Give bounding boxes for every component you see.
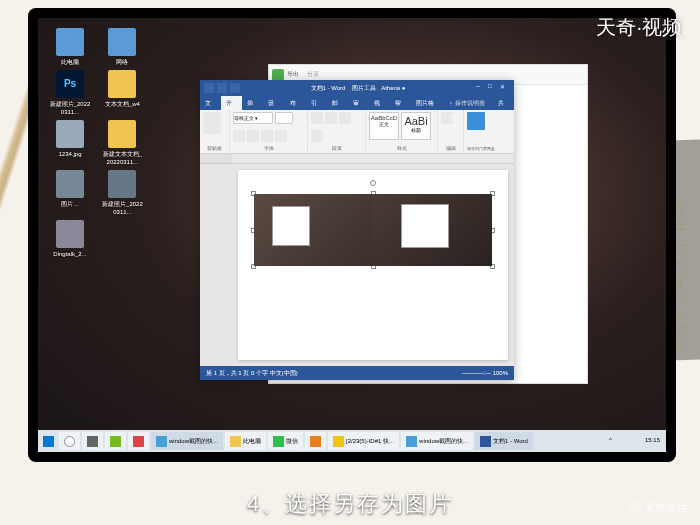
tab-home[interactable]: 开始: [221, 96, 242, 110]
browser-icon: [156, 436, 167, 447]
taskbar-item[interactable]: 微信: [268, 432, 303, 450]
folder-icon: [108, 70, 136, 98]
maximize-icon[interactable]: □: [488, 83, 498, 93]
tray-network-icon[interactable]: [621, 437, 630, 446]
desktop-icon[interactable]: Ps新建照片_20220311...: [49, 70, 91, 116]
taskbar-item[interactable]: [105, 432, 126, 450]
desktop-icon[interactable]: 新建文本文档_20220311...: [101, 120, 143, 166]
app-icon: [110, 436, 121, 447]
bullet-list[interactable]: [311, 112, 323, 124]
taskview-icon: [87, 436, 98, 447]
bold-button[interactable]: [233, 130, 245, 142]
number-list[interactable]: [325, 112, 337, 124]
app-icon: [406, 436, 417, 447]
window-controls: ─ □ ✕: [472, 83, 514, 93]
photoshop-icon: Ps: [56, 70, 84, 98]
share-button[interactable]: 共享: [493, 96, 514, 110]
system-tray[interactable]: ^ 15:15: [603, 437, 666, 446]
windows-icon: [43, 436, 54, 447]
app-icon: [333, 436, 344, 447]
tab-file[interactable]: 文件: [200, 96, 221, 110]
quick-access-toolbar: [200, 83, 244, 93]
rotate-handle[interactable]: [370, 180, 376, 186]
italic-button[interactable]: [247, 130, 259, 142]
start-button[interactable]: [38, 431, 58, 451]
vertical-ruler[interactable]: [206, 170, 238, 360]
document-area[interactable]: [200, 164, 514, 366]
desktop-icon[interactable]: 文本文档_w4: [101, 70, 143, 108]
close-icon[interactable]: ✕: [500, 83, 510, 93]
taskbar-item[interactable]: window截图的快...: [401, 432, 473, 450]
style-normal[interactable]: AaBbCcD正文: [369, 112, 399, 140]
tray-up-icon[interactable]: ^: [609, 437, 618, 446]
font-family[interactable]: 等线正文 ▾: [233, 112, 273, 124]
image-icon: [56, 120, 84, 148]
ribbon-paragraph: 段落: [308, 110, 366, 153]
minimize-icon[interactable]: ─: [476, 83, 486, 93]
ribbon-styles: AaBbCcD正文 AaBi标题 样式: [366, 110, 438, 153]
desktop-icon[interactable]: 1234.jpg: [49, 120, 91, 158]
tab-layout[interactable]: 布局: [285, 96, 306, 110]
taskbar-word[interactable]: 文档1 - Word: [475, 432, 533, 450]
ribbon-cloud: 保存到百度网盘: [464, 110, 498, 153]
taskbar-item[interactable]: [128, 432, 149, 450]
taskbar-item[interactable]: [305, 432, 326, 450]
taskbar-taskview[interactable]: [82, 432, 103, 450]
undo-icon[interactable]: [217, 83, 227, 93]
tab-mailings[interactable]: 邮件: [327, 96, 348, 110]
desktop-icon[interactable]: Dingtalk_2...: [49, 220, 91, 258]
app-icon: [133, 436, 144, 447]
paste-button[interactable]: [203, 112, 221, 134]
taskbar-item[interactable]: window截图的快...: [151, 432, 223, 450]
explorer-icon: [230, 436, 241, 447]
app-icon: [272, 69, 284, 81]
tab-design[interactable]: 设计: [263, 96, 284, 110]
image-icon: [108, 170, 136, 198]
style-heading[interactable]: AaBi标题: [401, 112, 431, 140]
computer-icon: [56, 28, 84, 56]
tab-references[interactable]: 引用: [306, 96, 327, 110]
tab-review[interactable]: 审阅: [348, 96, 369, 110]
desktop-icons-area: 此电脑 网络 Ps新建照片_20220311... 文本文档_w4 1234.j…: [46, 26, 156, 260]
ribbon-tabs: 文件 开始 插入 设计 布局 引用 邮件 审阅 视图 帮助 图片格式 ♀ 操作说…: [200, 96, 514, 110]
tutorial-caption: 4、选择另存为图片: [0, 489, 700, 519]
desktop-icon[interactable]: 新建照片_20220311...: [101, 170, 143, 216]
redo-icon[interactable]: [230, 83, 240, 93]
inserted-image-selected[interactable]: [254, 194, 492, 266]
underline-button[interactable]: [261, 130, 273, 142]
status-zoom[interactable]: ─────○─ 100%: [462, 370, 508, 376]
network-icon: [108, 28, 136, 56]
desktop-icon[interactable]: 网络: [101, 28, 143, 66]
document-page[interactable]: [238, 170, 508, 360]
word-titlebar[interactable]: 文档1 - Word 图片工具 Athena ● ─ □ ✕: [200, 80, 514, 96]
desktop-icon[interactable]: 图片...: [49, 170, 91, 208]
tab-picture-format[interactable]: 图片格式: [411, 96, 443, 110]
taskbar-item[interactable]: 此电脑: [225, 432, 266, 450]
status-left[interactable]: 第 1 页，共 1 页 0 个字 中文(中国): [206, 369, 298, 378]
watermark-bottom-right: ⓒ 天奇生活: [630, 500, 688, 515]
ruler[interactable]: [200, 154, 514, 164]
window-title: 文档1 - Word 图片工具 Athena ●: [244, 84, 472, 93]
tab-view[interactable]: 视图: [369, 96, 390, 110]
taskbar-search[interactable]: [59, 432, 80, 450]
tab-insert[interactable]: 插入: [242, 96, 263, 110]
font-size[interactable]: [275, 112, 293, 124]
baidu-save[interactable]: [467, 112, 485, 130]
taskbar-item[interactable]: [2/23(5)-ID#1 快...: [328, 432, 399, 450]
watermark-top-right: 天奇·视频: [596, 14, 682, 41]
image-icon: [56, 220, 84, 248]
word-icon: [480, 436, 491, 447]
tell-me[interactable]: ♀ 操作说明搜索: [444, 96, 493, 110]
desktop-screen[interactable]: 此电脑 网络 Ps新建照片_20220311... 文本文档_w4 1234.j…: [38, 18, 666, 452]
font-color[interactable]: [275, 130, 287, 142]
align-left[interactable]: [339, 112, 351, 124]
tab-help[interactable]: 帮助: [390, 96, 411, 110]
save-icon[interactable]: [204, 83, 214, 93]
desktop-icon[interactable]: 此电脑: [49, 28, 91, 66]
tray-volume-icon[interactable]: [633, 437, 642, 446]
align-center[interactable]: [311, 130, 323, 142]
word-statusbar: 第 1 页，共 1 页 0 个字 中文(中国) ─────○─ 100%: [200, 366, 514, 380]
image-content: [254, 194, 492, 266]
ribbon-font: 等线正文 ▾ 字体: [230, 110, 308, 153]
tray-clock[interactable]: 15:15: [645, 437, 660, 446]
